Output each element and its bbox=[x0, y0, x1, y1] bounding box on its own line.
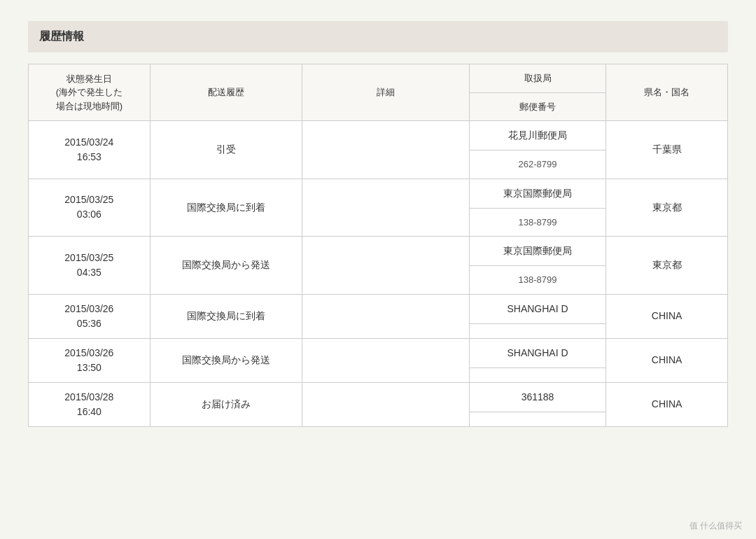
office-name-cell: 361188 bbox=[469, 382, 606, 412]
office-name-cell: 東京国際郵便局 bbox=[469, 178, 606, 208]
delivery-cell: お届け済み bbox=[150, 382, 302, 426]
detail-cell bbox=[302, 294, 469, 338]
table-row: 2015/03/2613:50 国際交換局から発送 SHANGHAI D CHI… bbox=[29, 338, 728, 368]
prefecture-cell: CHINA bbox=[606, 382, 728, 426]
date-cell: 2015/03/2503:06 bbox=[29, 178, 150, 237]
detail-cell bbox=[302, 382, 469, 426]
office-name-cell: 花見川郵便局 bbox=[469, 121, 606, 150]
date-cell: 2015/03/2605:36 bbox=[29, 294, 150, 338]
table-row: 2015/03/2503:06 国際交換局に到着 東京国際郵便局 東京都 bbox=[29, 178, 728, 208]
header-row-1: 状態発生日 (海外で発生した 場合は現地時間) 配送履歴 詳細 取扱局 県名・国… bbox=[29, 64, 728, 93]
postal-code-cell: 138-8799 bbox=[469, 266, 606, 295]
th-delivery: 配送履歴 bbox=[150, 64, 302, 121]
date-cell: 2015/03/2416:53 bbox=[29, 121, 150, 179]
date-cell: 2015/03/2816:40 bbox=[29, 382, 150, 426]
delivery-cell: 国際交換局から発送 bbox=[150, 237, 302, 295]
prefecture-cell: CHINA bbox=[606, 338, 728, 382]
th-prefecture: 県名・国名 bbox=[606, 64, 728, 121]
delivery-cell: 国際交換局に到着 bbox=[150, 294, 302, 338]
th-detail: 詳細 bbox=[302, 64, 469, 121]
delivery-cell: 国際交換局から発送 bbox=[150, 338, 302, 382]
detail-cell bbox=[302, 338, 469, 382]
table-row: 2015/03/2605:36 国際交換局に到着 SHANGHAI D CHIN… bbox=[29, 294, 728, 323]
th-date: 状態発生日 (海外で発生した 場合は現地時間) bbox=[29, 64, 150, 121]
prefecture-cell: 千葉県 bbox=[606, 121, 728, 179]
office-name-cell: 東京国際郵便局 bbox=[469, 237, 606, 266]
date-cell: 2015/03/2613:50 bbox=[29, 338, 150, 382]
table-wrapper: 状態発生日 (海外で発生した 場合は現地時間) 配送履歴 詳細 取扱局 県名・国… bbox=[28, 64, 728, 427]
watermark: 值 什么值得买 bbox=[690, 520, 742, 532]
office-name-cell: SHANGHAI D bbox=[469, 294, 606, 323]
page-container: 履歴情報 状態発生日 (海外で発生した 場合は現地時間) 配送履歴 詳細 取扱局… bbox=[14, 14, 742, 441]
delivery-cell: 引受 bbox=[150, 121, 302, 179]
table-row: 2015/03/2416:53 引受 花見川郵便局 千葉県 bbox=[29, 121, 728, 150]
table-row: 2015/03/2504:35 国際交換局から発送 東京国際郵便局 東京都 bbox=[29, 237, 728, 266]
detail-cell bbox=[302, 121, 469, 179]
office-name-cell: SHANGHAI D bbox=[469, 338, 606, 368]
table-row: 2015/03/2816:40 お届け済み 361188 CHINA bbox=[29, 382, 728, 412]
table-body: 2015/03/2416:53 引受 花見川郵便局 千葉県 262-8799 2… bbox=[29, 121, 728, 427]
th-postal-code: 郵便番号 bbox=[469, 92, 606, 121]
history-table: 状態発生日 (海外で発生した 場合は現地時間) 配送履歴 詳細 取扱局 県名・国… bbox=[28, 64, 728, 427]
postal-code-cell: 262-8799 bbox=[469, 150, 606, 179]
date-cell: 2015/03/2504:35 bbox=[29, 237, 150, 295]
detail-cell bbox=[302, 237, 469, 295]
postal-code-cell bbox=[469, 323, 606, 338]
postal-code-cell: 138-8799 bbox=[469, 208, 606, 237]
delivery-cell: 国際交換局に到着 bbox=[150, 178, 302, 237]
th-office-name: 取扱局 bbox=[469, 64, 606, 93]
prefecture-cell: 東京都 bbox=[606, 237, 728, 295]
detail-cell bbox=[302, 178, 469, 237]
postal-code-cell bbox=[469, 412, 606, 426]
prefecture-cell: 東京都 bbox=[606, 178, 728, 237]
prefecture-cell: CHINA bbox=[606, 294, 728, 338]
section-header: 履歴情報 bbox=[28, 21, 728, 52]
postal-code-cell bbox=[469, 368, 606, 382]
section-title: 履歴情報 bbox=[39, 30, 84, 42]
